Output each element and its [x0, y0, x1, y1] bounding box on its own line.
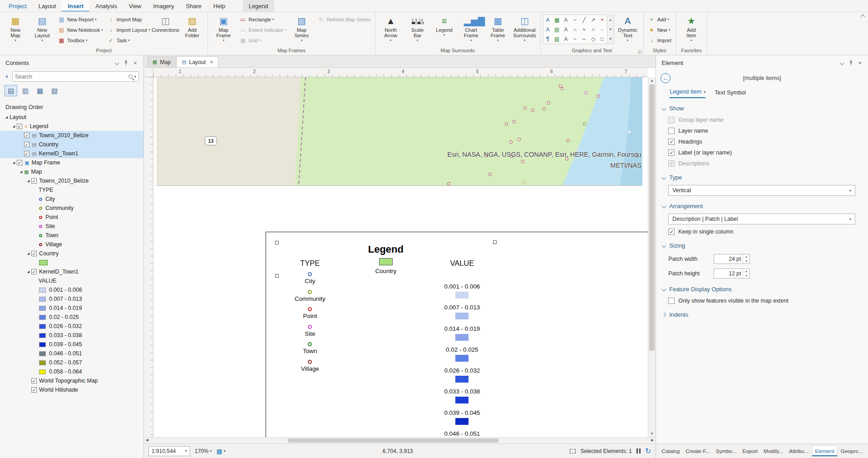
option-label-or-layer-name[interactable]: ✓Label (or layer name): [656, 147, 868, 158]
map-scale-combo[interactable]: 1:910,544 ▾: [148, 446, 190, 456]
expand-icon[interactable]: ◢: [25, 270, 31, 274]
layout-canvas[interactable]: 13 Esri, NASA, NGA, USGS, CONANP, Esri, …: [153, 77, 648, 437]
checkbox[interactable]: ✓: [31, 178, 37, 184]
contents-view-4[interactable]: ▧: [48, 85, 61, 96]
extent-indicator-button[interactable]: ▭Extent Indicator▾: [237, 25, 288, 35]
task-button[interactable]: ✓Task▾: [105, 35, 152, 45]
doc-tab-map[interactable]: ▦Map: [148, 56, 176, 67]
arrow-icon[interactable]: ↗: [589, 15, 598, 25]
text-straight-icon[interactable]: A: [562, 15, 571, 25]
tree-item-0-007-0-013[interactable]: 0.007 - 0.013: [0, 294, 143, 304]
keep-single-column-option[interactable]: ✓ Keep in single column: [656, 226, 868, 237]
dock-tab-symbo[interactable]: Symbo...: [713, 446, 740, 456]
search-options-chevron-icon[interactable]: ▾: [134, 75, 136, 79]
selection-handle[interactable]: [275, 274, 279, 278]
spinner-arrows[interactable]: ▲▼: [743, 269, 750, 278]
zoom-level-control[interactable]: 170% ▾: [195, 448, 212, 454]
chevron-down-icon[interactable]: [113, 61, 122, 65]
picture-2-icon[interactable]: ▤: [552, 25, 562, 34]
dock-tab-element[interactable]: Element: [812, 445, 838, 457]
contents-view-2[interactable]: ▥: [19, 85, 32, 96]
chevron-down-icon[interactable]: [837, 61, 846, 65]
legend-country-column[interactable]: Country: [361, 258, 411, 274]
dialog-launcher-icon[interactable]: ◱: [638, 50, 642, 54]
tree-item-0-014-0-019[interactable]: 0.014 - 0.019: [0, 304, 143, 313]
tree-item-legend[interactable]: ◢✓≡Legend: [0, 122, 143, 131]
import-layout-button[interactable]: ↓Import Layout▾: [105, 25, 152, 35]
picture-3-icon[interactable]: ▧: [552, 34, 562, 44]
back-button[interactable]: ←: [661, 73, 671, 83]
tree-item-0-026-0-032[interactable]: 0.026 - 0.032: [0, 322, 143, 331]
close-icon[interactable]: ×: [855, 60, 864, 66]
checkbox[interactable]: ✓: [24, 133, 30, 138]
import-map-button[interactable]: ↓Import Map: [105, 15, 152, 24]
vertical-scrollbar[interactable]: ▲ ▼: [648, 77, 656, 437]
patch-width-input[interactable]: 24 pt ▲▼: [714, 254, 750, 264]
menu-layout[interactable]: Layout: [33, 0, 62, 12]
dock-tab-export[interactable]: Export: [740, 446, 760, 456]
menu-share[interactable]: Share: [180, 0, 207, 12]
close-icon[interactable]: ×: [131, 60, 140, 66]
menu-project[interactable]: Project: [3, 0, 33, 12]
freehand-icon[interactable]: ∼: [580, 34, 589, 44]
tree-item-country-patch[interactable]: [0, 258, 143, 267]
map-series-button[interactable]: ▧MapSeries▾: [288, 13, 315, 42]
legend-value-column[interactable]: VALUE 0.001 - 0.0060.007 - 0.0130.014 - …: [428, 259, 496, 437]
contents-view-3[interactable]: ▦: [34, 85, 46, 96]
tree-item-0-052-0-057[interactable]: 0.052 - 0.057: [0, 358, 143, 367]
checkbox[interactable]: ✓: [17, 124, 22, 129]
polyline-icon[interactable]: ≈: [580, 25, 589, 34]
tree-item-0-046-0-051[interactable]: 0.046 - 0.051: [0, 349, 143, 358]
dock-tab-create-f[interactable]: Create F...: [683, 446, 712, 456]
checkbox[interactable]: ✓: [31, 387, 37, 393]
dynamic-text-button[interactable]: ADynamicText▾: [615, 13, 641, 42]
option-group-layer-name[interactable]: Group layer name: [656, 114, 868, 125]
tree-item-kerneld-town1[interactable]: ◢✓KernelD_Town1: [0, 267, 143, 276]
table-frame-button[interactable]: ▦TableFrame▾: [485, 13, 511, 42]
pin-icon[interactable]: [846, 60, 855, 66]
tree-item-village[interactable]: Village: [0, 240, 143, 249]
tree-item-towns-2010-belize[interactable]: ◢✓Towns_2010_Belize: [0, 176, 143, 185]
tree-item-site[interactable]: Site: [0, 222, 143, 231]
dock-tab-modify[interactable]: Modify...: [761, 446, 786, 456]
section-arrangement-header[interactable]: Arrangement: [656, 198, 868, 212]
checkbox[interactable]: ✓: [24, 142, 30, 147]
expand-icon[interactable]: ◢: [25, 252, 31, 255]
selection-handle[interactable]: [275, 241, 279, 244]
scroll-right-icon[interactable]: ▶: [651, 438, 654, 442]
tree-item-point[interactable]: Point: [0, 213, 143, 222]
import-button[interactable]: ↓Import: [646, 35, 673, 45]
checkbox[interactable]: ✓: [24, 151, 30, 156]
tree-item-city[interactable]: City: [0, 194, 143, 204]
section-indents-header[interactable]: Indents: [656, 306, 868, 321]
checkbox[interactable]: ✓: [31, 251, 37, 256]
legend-type-column[interactable]: TYPE CityCommunityPointSiteTownVillage: [285, 259, 335, 378]
tree-item-country[interactable]: ◢✓Country: [0, 249, 143, 258]
legend-button[interactable]: ≡Legend▾: [431, 13, 458, 37]
refresh-map-series-button[interactable]: ↻Refresh Map Series: [315, 15, 372, 24]
arrangement-select[interactable]: Description | Patch | Label ▾: [668, 214, 855, 224]
tree-item-0-058-0-064[interactable]: 0.058 - 0.064: [0, 367, 143, 376]
tree-item-country[interactable]: ✓▤Country: [0, 140, 143, 149]
search-box[interactable]: ▾: [12, 71, 139, 82]
menu-analysis[interactable]: Analysis: [89, 0, 123, 12]
tree-item-kerneld-town1[interactable]: ✓▤KernelD_Town1: [0, 149, 143, 158]
contents-view-1[interactable]: ▤: [5, 85, 17, 96]
dock-tab-catalog[interactable]: Catalog: [659, 446, 682, 456]
expand-icon[interactable]: ◢: [4, 115, 10, 119]
expand-icon[interactable]: ◢: [11, 161, 17, 164]
new-layout-button[interactable]: ▤NewLayout▾: [29, 13, 55, 42]
scroll-down-icon[interactable]: ▼: [648, 432, 656, 436]
grid-button[interactable]: ▦Grid▾: [237, 35, 288, 45]
scroll-up-icon[interactable]: ▲: [648, 79, 656, 83]
add-item-button[interactable]: ★AddItem▾: [678, 13, 705, 42]
tree-item-towns-2010-belize[interactable]: ✓▤Towns_2010_Belize: [0, 131, 143, 140]
additional-surrounds-button[interactable]: ◫AdditionalSurrounds▾: [512, 13, 538, 42]
add-button[interactable]: +Add▾: [646, 15, 673, 24]
toolbox-button[interactable]: ▦Toolbox▾: [56, 35, 105, 45]
menu-imagery[interactable]: Imagery: [147, 0, 180, 12]
checkbox[interactable]: ✓: [31, 269, 37, 274]
tree-item-0-039-0-045[interactable]: 0.039 - 0.045: [0, 340, 143, 349]
checkbox[interactable]: ✓: [668, 139, 675, 145]
tree-item-town[interactable]: Town: [0, 231, 143, 240]
